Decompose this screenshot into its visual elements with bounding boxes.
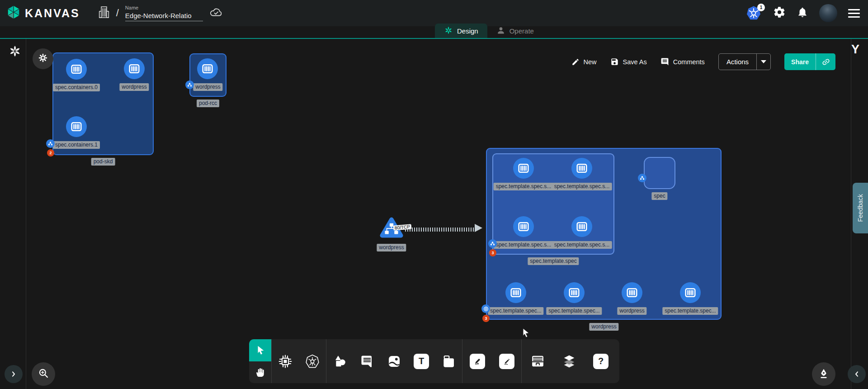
kubernetes-wheel-icon (305, 354, 320, 369)
error-count-badge[interactable]: 3 (482, 315, 490, 322)
canvas-toolbar: T (249, 339, 619, 383)
freeze-layout-button[interactable] (33, 48, 53, 69)
help-tool[interactable]: ? (585, 354, 617, 369)
layers-icon (561, 354, 577, 369)
node-template-container[interactable] (513, 216, 534, 237)
question-mark-icon: ? (593, 354, 609, 369)
node-label: wordpress (193, 83, 222, 91)
chevron-right-icon (10, 370, 17, 378)
pen-draw-tool[interactable] (462, 354, 492, 369)
user-avatar[interactable] (819, 4, 837, 22)
node-template-container[interactable] (571, 216, 592, 237)
kanvas-logo-icon (6, 5, 21, 21)
edge-service-to-deployment[interactable] (405, 228, 476, 232)
share-button[interactable]: Share (784, 53, 816, 70)
copy-link-button[interactable] (816, 53, 835, 70)
feedback-tab[interactable]: Feedback (853, 183, 868, 233)
pod-badge[interactable] (488, 239, 497, 248)
container-icon (684, 286, 697, 299)
share-button-label: Share (791, 58, 809, 66)
pan-tool[interactable] (249, 361, 271, 384)
node-spec-containers-1[interactable] (66, 116, 87, 137)
design-name-label: Name (125, 5, 203, 10)
node-label: spec.template.spec.s... (494, 183, 554, 190)
kanvas-brand[interactable]: KANVAS (6, 5, 80, 21)
expand-left-panel-button[interactable] (5, 365, 23, 383)
error-count-badge[interactable]: 3 (489, 249, 496, 256)
share-split-button: Share (784, 53, 835, 70)
shapes-tool[interactable] (326, 354, 354, 369)
zoom-button[interactable] (32, 362, 55, 386)
pen-path-icon (470, 354, 485, 369)
error-count-badge[interactable]: 2 (47, 149, 54, 157)
node-label: spec.containers.0 (53, 84, 100, 91)
pod-badge[interactable] (185, 81, 194, 89)
sync-spiral-icon[interactable] (8, 44, 22, 60)
node-spec[interactable] (644, 157, 675, 189)
node-label: spec.containers.1 (53, 141, 100, 149)
tab-operate-label: Operate (509, 27, 534, 35)
text-icon: T (414, 354, 429, 369)
node-wordpress-container[interactable] (197, 58, 218, 79)
node-bottom-container[interactable] (622, 282, 642, 303)
container-icon (70, 63, 83, 76)
pen-tool-button[interactable] (812, 362, 835, 386)
layers-tool[interactable] (553, 354, 585, 369)
container-shape-tool[interactable] (435, 354, 462, 369)
container-icon (128, 62, 141, 75)
right-dock-y-glyph[interactable]: Y (851, 43, 859, 57)
group-label: spec.template.spec (528, 257, 579, 265)
hand-icon (255, 367, 266, 378)
design-name-input[interactable] (125, 11, 203, 21)
new-button[interactable]: New (571, 58, 597, 66)
node-spec-containers-0[interactable] (66, 59, 87, 80)
actions-button[interactable]: Actions (719, 54, 756, 70)
workspace-icon[interactable] (98, 5, 110, 21)
node-bottom-container[interactable] (680, 282, 701, 303)
cloud-saved-icon (209, 7, 223, 19)
notifications-bell-icon[interactable] (797, 6, 808, 20)
comments-button-label: Comments (673, 58, 705, 66)
node-label: wordpress (377, 244, 406, 251)
node-wordpress-container[interactable] (124, 58, 145, 79)
edge-arrowhead (475, 224, 482, 232)
node-template-container[interactable] (513, 158, 534, 179)
tab-design[interactable]: Design (435, 24, 487, 38)
select-tool[interactable] (249, 339, 271, 361)
deployment-icon (483, 306, 489, 312)
group-label: pod-skd (91, 158, 115, 166)
pod-badge[interactable] (46, 139, 55, 148)
pod-badge[interactable] (638, 174, 646, 182)
header-accent-divider (0, 38, 868, 39)
components-tool[interactable] (272, 354, 299, 369)
actions-dropdown-button[interactable] (756, 54, 770, 70)
pencil-scribble-icon (499, 354, 514, 369)
node-label: wordpress (119, 83, 149, 91)
group-spec-template-spec[interactable] (492, 153, 614, 255)
node-bottom-container[interactable] (505, 282, 526, 303)
kubernetes-tool[interactable] (299, 354, 326, 369)
node-label: spec.template.spec... (546, 307, 602, 315)
deployment-badge[interactable] (481, 304, 490, 313)
drawer-tool[interactable] (522, 354, 553, 369)
save-as-button[interactable]: Save As (610, 57, 647, 66)
expand-right-panel-button[interactable] (848, 365, 866, 383)
k8s-context-switcher[interactable]: 1 (746, 5, 762, 21)
menu-hamburger-icon[interactable] (848, 9, 860, 18)
comments-button[interactable]: Comments (660, 57, 705, 66)
app-header: KANVAS / Name (0, 0, 868, 26)
text-tool[interactable]: T (408, 354, 435, 369)
settings-gear-icon[interactable] (773, 6, 786, 20)
pod-icon (48, 141, 53, 146)
node-bottom-container[interactable] (564, 282, 585, 303)
container-icon (626, 286, 638, 299)
tab-operate[interactable]: Operate (487, 24, 543, 38)
freehand-draw-tool[interactable] (492, 354, 521, 369)
k8s-context-count-badge: 1 (757, 4, 765, 11)
comment-tool[interactable] (354, 355, 381, 368)
tab-rect-icon (441, 354, 456, 369)
node-template-container[interactable] (571, 158, 592, 179)
drawer-icon (530, 354, 545, 369)
image-tool[interactable] (381, 354, 408, 369)
group-label: pod-rcc (197, 100, 219, 107)
